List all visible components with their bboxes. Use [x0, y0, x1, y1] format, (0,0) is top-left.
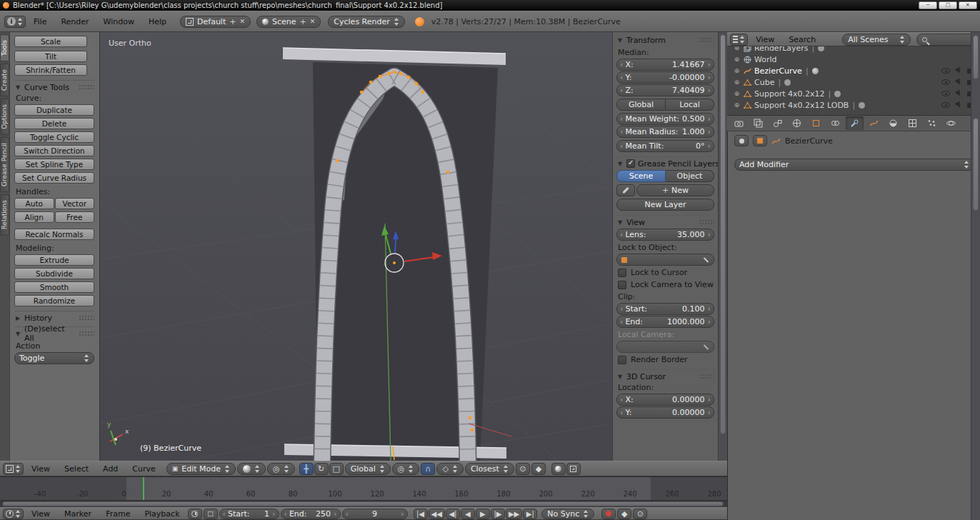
selectability-pointer-icon[interactable] [955, 101, 963, 109]
snap-magnet-toggle[interactable]: ∩ [421, 463, 435, 475]
insert-keyframe-button[interactable]: ⊙ [633, 509, 647, 519]
snap-target-selector[interactable]: Closest [465, 463, 514, 475]
cursor-3d-panel-header[interactable]: ▼ 3D Cursor [616, 369, 714, 381]
use-preview-range-toggle[interactable] [188, 509, 202, 519]
panel-expand-icon[interactable]: ▼ [14, 84, 21, 91]
grease-pencil-checkbox[interactable] [626, 159, 635, 168]
breadcrumb-context-button[interactable] [753, 135, 767, 146]
outliner-row-cube[interactable]: ⊕ Cube | [727, 76, 980, 88]
local-toggle[interactable]: Local [666, 99, 714, 111]
panel-expand-icon[interactable]: ▼ [616, 374, 624, 380]
maximize-button[interactable]: □ [939, 1, 957, 9]
median-y-field[interactable]: Y:-0.00000 [616, 71, 714, 84]
visibility-eye-icon[interactable] [941, 68, 950, 74]
duplicate-button[interactable]: Duplicate [14, 104, 94, 116]
clip-start-field[interactable]: Start:0.100 [616, 303, 714, 315]
tab-physics[interactable] [942, 116, 960, 130]
next-keyframe-button[interactable]: ▶▶ [506, 509, 522, 519]
local-camera-field[interactable] [616, 341, 714, 353]
outliner-row-support[interactable]: ⊕ Support 4x0.2x12 | [727, 88, 980, 99]
history-panel-header[interactable]: ▶ History [14, 311, 94, 322]
render-engine-selector[interactable]: Cycles Render [328, 16, 404, 28]
unlink-layout-icon[interactable]: ✕ [239, 18, 245, 25]
menu-frame[interactable]: Frame [99, 509, 136, 519]
gp-object-toggle[interactable]: Object [666, 170, 714, 182]
panel-expand-icon[interactable]: ▼ [14, 331, 21, 337]
shelf-tab-relations[interactable]: Relations [0, 194, 9, 235]
menu-file[interactable]: File [27, 17, 53, 26]
snap-element-selector[interactable]: ◇ [436, 463, 463, 475]
shelf-tab-create[interactable]: Create [0, 64, 9, 96]
toggle-cyclic-button[interactable]: Toggle Cyclic [14, 131, 94, 143]
gp-new-layer-button[interactable]: New Layer [616, 199, 714, 211]
mode-selector[interactable]: ▣ Edit Mode [166, 463, 236, 475]
frame-end-field[interactable]: End:250 [281, 509, 341, 519]
rewind-button[interactable]: ◀| [446, 509, 460, 519]
n-panel-scrollbar[interactable] [718, 32, 727, 461]
set-curve-radius-button[interactable]: Set Curve Radius [14, 172, 94, 184]
menu-add[interactable]: Add [96, 464, 124, 474]
outliner-editor-type-button[interactable] [730, 34, 748, 46]
expander-icon[interactable]: ⊕ [733, 67, 741, 74]
expander-icon[interactable]: ⊕ [733, 101, 741, 109]
lock-time-toggle[interactable]: □ [204, 509, 218, 519]
tab-object[interactable] [807, 116, 825, 130]
handle-auto-button[interactable]: Auto [14, 198, 54, 209]
deselect-all-panel-header[interactable]: ▼ (De)select All [14, 326, 94, 338]
gp-draw-pencil-button[interactable] [616, 184, 635, 196]
minimize-button[interactable]: ─ [919, 1, 937, 9]
lock-camera-checkbox[interactable] [618, 281, 626, 289]
scrollbar-thumb[interactable] [973, 35, 979, 79]
properties-scrollbar[interactable] [971, 116, 980, 520]
subdivide-button[interactable]: Subdivide [14, 268, 94, 279]
current-frame-playhead[interactable] [143, 477, 144, 500]
clip-end-field[interactable]: End:1000.000 [616, 316, 714, 328]
shelf-tab-grease-pencil[interactable]: Grease Pencil [0, 137, 9, 192]
mean-weight-field[interactable]: Mean Weight:0.500 [616, 113, 714, 125]
manipulator-translate-toggle[interactable]: ╋ [299, 463, 314, 475]
breadcrumb-pin-button[interactable] [734, 135, 749, 146]
jump-to-start-button[interactable]: |◀ [414, 509, 428, 519]
add-scene-icon[interactable]: + [300, 17, 306, 26]
viewport-shading-selector[interactable] [237, 463, 266, 475]
expander-icon[interactable]: ⊕ [733, 79, 741, 86]
tab-particles[interactable] [923, 116, 941, 130]
randomize-button[interactable]: Randomize [14, 295, 94, 306]
opengl-render-image-button[interactable] [551, 463, 566, 475]
extrude-button[interactable]: Extrude [14, 254, 94, 266]
opengl-render-anim-button[interactable] [566, 463, 581, 475]
screen-layout-selector[interactable]: Default + ✕ [180, 16, 251, 28]
play-reverse-button[interactable]: ◀ [461, 509, 475, 519]
mean-radius-field[interactable]: Mean Radius:1.000 [616, 126, 714, 138]
visibility-eye-icon[interactable] [941, 102, 950, 108]
pivot-point-selector[interactable]: ◎ [267, 463, 295, 475]
smooth-button[interactable]: Smooth [14, 281, 94, 293]
lock-camera-row[interactable]: Lock Camera to View [618, 279, 714, 290]
gp-new-button[interactable]: + New [636, 184, 714, 196]
scrollbar-thumb[interactable] [720, 34, 726, 434]
menu-view[interactable]: View [25, 509, 56, 519]
prev-keyframe-button[interactable]: ◀◀ [429, 509, 445, 519]
play-button[interactable]: ▶ [476, 509, 490, 519]
set-spline-type-button[interactable]: Set Spline Type [14, 159, 94, 170]
view-panel-header[interactable]: ▼ View [616, 215, 714, 226]
panel-expand-icon[interactable]: ▼ [616, 219, 624, 226]
menu-marker[interactable]: Marker [58, 509, 98, 519]
viewport-canvas[interactable]: x y [100, 32, 612, 461]
curve-tools-panel-header[interactable]: ▼ Curve Tools [14, 80, 94, 91]
scrollbar-thumb[interactable] [973, 118, 979, 211]
outliner-row-beziercurve[interactable]: ⊕ BezierCurve | [727, 65, 980, 76]
sync-mode-selector[interactable]: No Sync [541, 509, 594, 519]
proportional-edit-selector[interactable]: ◎ [392, 463, 420, 475]
viewport-3d[interactable]: x y User Ortho (9) BezierCurve [100, 32, 612, 461]
gp-scene-toggle[interactable]: Scene [616, 170, 666, 182]
grease-pencil-panel-header[interactable]: ▼ Grease Pencil Layers [616, 156, 714, 168]
info-editor-type-button[interactable]: i [4, 16, 26, 28]
expander-icon[interactable]: ⊕ [733, 90, 741, 97]
tab-texture[interactable] [904, 116, 921, 130]
shelf-tab-tools[interactable]: Tools [0, 34, 9, 61]
selectability-pointer-icon[interactable] [955, 79, 963, 86]
outliner-scrollbar[interactable] [971, 32, 980, 116]
jump-to-end-button[interactable]: ▶| [523, 509, 537, 519]
menu-render[interactable]: Render [54, 17, 95, 26]
